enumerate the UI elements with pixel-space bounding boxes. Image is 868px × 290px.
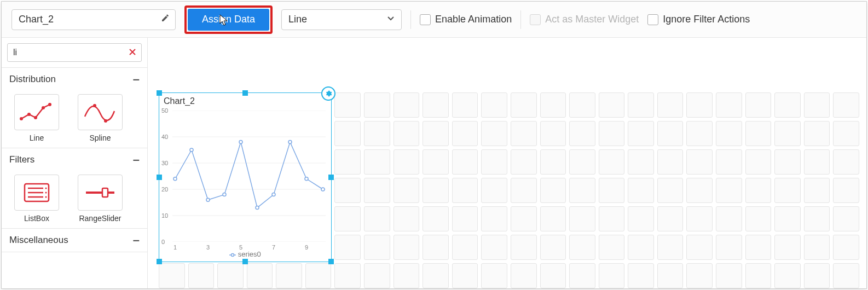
spline-chart-icon <box>78 94 123 130</box>
chart-type-select[interactable]: Line <box>281 9 402 30</box>
palette-search[interactable] <box>7 43 142 62</box>
palette-search-input[interactable] <box>12 47 128 58</box>
category-header-filters[interactable]: Filters – <box>2 148 147 171</box>
chart-legend: series0 <box>159 250 331 258</box>
y-tick-label: 40 <box>161 134 168 140</box>
grid-cell <box>833 178 859 203</box>
edit-icon[interactable] <box>161 14 170 25</box>
grid-cell <box>481 92 507 118</box>
y-tick-label: 50 <box>161 107 168 114</box>
grid-cell <box>745 263 772 288</box>
grid-cell <box>599 263 625 288</box>
svg-point-4 <box>48 103 51 106</box>
resize-handle-w[interactable] <box>157 175 162 180</box>
palette-item-spline[interactable]: Spline <box>76 94 124 142</box>
clear-search-icon[interactable] <box>128 48 137 58</box>
grid-cell <box>599 178 625 203</box>
grid-cell <box>569 206 595 231</box>
resize-handle-s[interactable] <box>242 259 248 264</box>
resize-handle-sw[interactable] <box>157 259 162 264</box>
grid-cell <box>804 206 830 231</box>
grid-cell <box>599 92 625 118</box>
grid-cell <box>657 149 684 175</box>
toolbar: Assign Data Line Enable Animation Act as… <box>2 2 866 38</box>
svg-point-0 <box>20 117 23 120</box>
svg-point-23 <box>190 148 193 152</box>
grid-cell <box>774 149 801 175</box>
grid-cell <box>511 149 537 175</box>
grid-cell <box>569 149 595 175</box>
grid-cell <box>540 178 566 203</box>
category-header-distribution[interactable]: Distribution – <box>2 67 147 91</box>
grid-cell <box>686 178 713 203</box>
grid-cell <box>364 206 390 231</box>
resize-handle-n[interactable] <box>242 90 248 96</box>
grid-cell <box>716 121 742 146</box>
grid-cell <box>511 235 537 260</box>
collapse-icon: – <box>133 233 140 247</box>
grid-cell <box>745 178 772 203</box>
grid-cell <box>774 235 801 260</box>
palette-item-rangeslider[interactable]: RangeSlider <box>76 175 124 223</box>
svg-point-13 <box>45 196 47 198</box>
widget-name-input-wrap[interactable] <box>11 9 176 30</box>
grid-cell <box>481 121 507 146</box>
grid-cell <box>511 121 537 146</box>
resize-handle-se[interactable] <box>328 259 334 264</box>
category-header-miscellaneous[interactable]: Miscellaneous – <box>2 228 147 252</box>
line-chart-icon <box>14 94 59 130</box>
svg-point-24 <box>206 198 210 201</box>
category-body-filters: ListBox RangeSlider <box>2 171 147 228</box>
grid-cell <box>540 149 566 175</box>
grid-cell <box>833 235 859 260</box>
grid-cell <box>599 121 625 146</box>
grid-cell <box>657 92 684 118</box>
category-title: Miscellaneous <box>9 235 68 246</box>
grid-cell <box>804 178 830 203</box>
palette-item-line[interactable]: Line <box>13 94 61 142</box>
grid-cell <box>774 263 801 288</box>
svg-point-22 <box>173 177 177 181</box>
grid-cell <box>716 235 742 260</box>
grid-cell <box>599 235 625 260</box>
grid-cell <box>188 263 215 288</box>
app-root: Assign Data Line Enable Animation Act as… <box>1 1 867 289</box>
grid-cell <box>452 92 478 118</box>
palette-item-listbox[interactable]: ListBox <box>13 175 61 223</box>
grid-cell <box>394 206 420 231</box>
svg-point-2 <box>34 116 37 119</box>
chart-widget-selected[interactable]: Chart_2 0102030405013579 series0 <box>159 92 332 262</box>
design-canvas[interactable]: Chart_2 0102030405013579 series0 <box>148 38 866 288</box>
listbox-icon <box>14 175 59 211</box>
grid-cell <box>569 178 595 203</box>
grid-cell <box>745 149 772 175</box>
enable-animation-checkbox[interactable]: Enable Animation <box>420 14 512 25</box>
y-tick-label: 10 <box>161 212 168 219</box>
ignore-filter-checkbox[interactable]: Ignore Filter Actions <box>647 14 750 25</box>
grid-cell <box>628 121 654 146</box>
main-area: Distribution – Line Spline <box>2 38 866 288</box>
widget-name-input[interactable] <box>18 13 161 26</box>
grid-cell <box>364 235 390 260</box>
grid-cell <box>833 149 859 175</box>
grid-cell <box>276 263 302 288</box>
grid-cell <box>774 121 801 146</box>
assign-data-button[interactable]: Assign Data <box>188 9 269 31</box>
grid-cell <box>305 263 332 288</box>
resize-handle-e[interactable] <box>328 175 334 180</box>
resize-handle-nw[interactable] <box>157 90 162 96</box>
svg-point-27 <box>256 206 259 210</box>
svg-point-5 <box>93 104 96 107</box>
grid-cell <box>657 206 684 231</box>
grid-cell <box>481 235 507 260</box>
widget-settings-button[interactable] <box>321 86 335 101</box>
ignore-filter-label: Ignore Filter Actions <box>663 14 750 25</box>
grid-cell <box>774 206 801 231</box>
grid-cell <box>686 121 713 146</box>
svg-point-28 <box>272 193 275 196</box>
grid-cell <box>657 121 684 146</box>
palette-item-label: Line <box>30 134 44 142</box>
grid-cell <box>657 178 684 203</box>
grid-cell <box>452 235 478 260</box>
grid-cell <box>159 263 185 288</box>
